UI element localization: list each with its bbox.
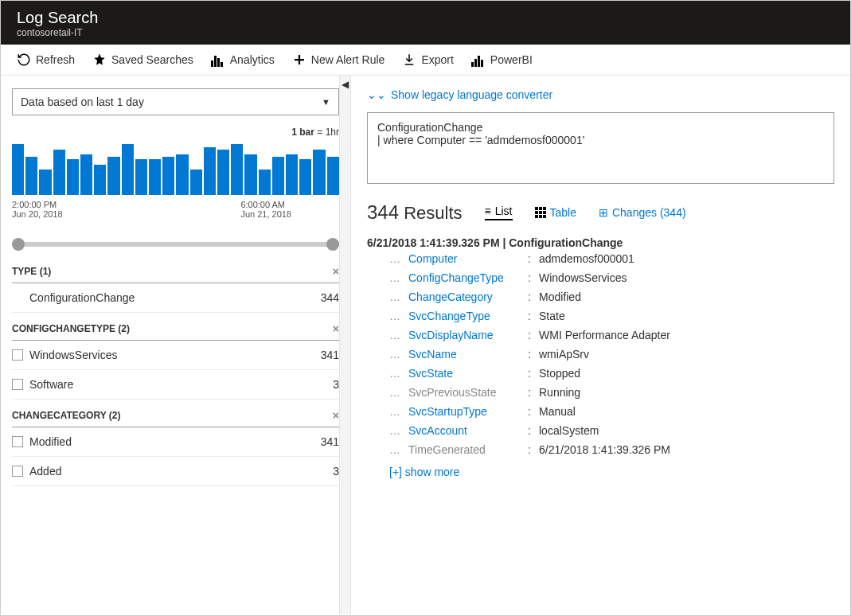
property-row: …SvcAccount:localSystem (367, 421, 834, 440)
app-header: Log Search contosoretail-IT (1, 1, 850, 45)
checkbox[interactable] (12, 466, 23, 477)
ellipsis-icon[interactable]: … (389, 367, 408, 380)
page-title: Log Search (17, 9, 834, 27)
ellipsis-icon[interactable]: … (389, 271, 408, 284)
results-header: 344 Results ≡List Table ⊞Changes (344) (367, 201, 834, 224)
ellipsis-icon[interactable]: … (389, 290, 408, 303)
histogram-bar[interactable] (12, 144, 24, 195)
property-value: WindowsServices (539, 271, 627, 284)
histogram-bar[interactable] (217, 150, 229, 195)
checkbox[interactable] (12, 379, 23, 390)
histogram-bar[interactable] (39, 170, 51, 195)
property-row: …ChangeCategory:Modified (367, 287, 834, 306)
query-editor[interactable]: ConfigurationChange | where Computer == … (367, 112, 834, 184)
histogram-bar[interactable] (259, 170, 271, 195)
histogram-bar[interactable] (135, 159, 147, 195)
histogram-bar[interactable] (327, 157, 339, 195)
histogram-bar[interactable] (94, 165, 106, 195)
property-value: 6/21/2018 1:41:39.326 PM (539, 443, 670, 456)
property-key[interactable]: SvcPreviousState (408, 386, 528, 399)
histogram-chart[interactable] (12, 139, 339, 195)
powerbi-icon (471, 53, 486, 67)
histogram-bar[interactable] (299, 159, 311, 195)
changes-icon: ⊞ (599, 206, 608, 219)
histogram-bar[interactable] (190, 170, 202, 195)
property-value: localSystem (539, 424, 599, 437)
star-icon (92, 53, 107, 67)
list-icon: ≡ (485, 205, 491, 217)
histogram-bar[interactable] (107, 157, 119, 195)
checkbox[interactable] (12, 349, 23, 361)
panel-collapse-handle[interactable]: ◀ (339, 76, 350, 614)
facet-changecategory: CHANGECATEGORY (2)×Modified341Added3 (12, 409, 339, 486)
facet-row[interactable]: Software3 (12, 370, 339, 400)
property-key[interactable]: TimeGenerated (408, 443, 528, 456)
histogram-bar[interactable] (162, 157, 174, 195)
property-value: WMI Performance Adapter (539, 329, 670, 341)
record-header: 6/21/2018 1:41:39.326 PM | Configuration… (367, 236, 834, 249)
close-icon[interactable]: × (333, 409, 339, 422)
ellipsis-icon[interactable]: … (389, 386, 408, 399)
histogram-bar[interactable] (313, 150, 325, 195)
analytics-button[interactable]: Analytics (211, 53, 275, 67)
property-key[interactable]: ChangeCategory (408, 290, 528, 303)
property-value: wmiApSrv (539, 348, 589, 361)
property-key[interactable]: SvcDisplayName (408, 329, 528, 341)
histogram-bar[interactable] (149, 159, 161, 195)
show-more-link[interactable]: [+] show more (389, 466, 834, 478)
property-key[interactable]: SvcStartupType (408, 405, 528, 418)
facet-row[interactable]: WindowsServices341 (12, 341, 339, 370)
ellipsis-icon[interactable]: … (389, 310, 408, 322)
view-table-tab[interactable]: Table (535, 206, 576, 219)
property-key[interactable]: SvcState (408, 367, 528, 380)
histogram-bar[interactable] (204, 147, 216, 195)
histogram-bar[interactable] (176, 154, 188, 195)
histogram-bar[interactable] (53, 150, 65, 195)
histogram-bar[interactable] (286, 154, 298, 195)
histogram-bar[interactable] (231, 144, 243, 195)
facet-count: 344 (321, 291, 339, 304)
histogram-bar[interactable] (80, 154, 92, 195)
property-row: …SvcStartupType:Manual (367, 402, 834, 421)
saved-searches-button[interactable]: Saved Searches (92, 53, 193, 67)
view-list-tab[interactable]: ≡List (485, 205, 513, 220)
chevron-left-icon: ◀ (342, 79, 349, 90)
property-key[interactable]: SvcChangeType (408, 310, 528, 322)
slider-start-knob[interactable] (12, 238, 25, 251)
close-icon[interactable]: × (333, 265, 339, 278)
ellipsis-icon[interactable]: … (389, 348, 408, 361)
facet-row[interactable]: Modified341 (12, 427, 339, 457)
property-key[interactable]: Computer (408, 252, 528, 265)
ellipsis-icon[interactable]: … (389, 252, 408, 265)
legacy-converter-link[interactable]: ⌄⌄ Show legacy language converter (367, 88, 834, 101)
ellipsis-icon[interactable]: … (389, 405, 408, 418)
property-key[interactable]: ConfigChangeType (408, 271, 528, 284)
histogram-bar[interactable] (272, 157, 284, 195)
checkbox[interactable] (12, 436, 23, 447)
ellipsis-icon[interactable]: … (389, 424, 408, 437)
histogram-bar[interactable] (67, 159, 79, 195)
facet-count: 3 (333, 378, 339, 391)
histogram-bar[interactable] (122, 144, 134, 195)
export-button[interactable]: Export (402, 53, 453, 67)
property-value: Stopped (539, 367, 580, 380)
slider-end-knob[interactable] (326, 238, 339, 251)
property-value: Modified (539, 290, 581, 303)
facet-row[interactable]: ConfigurationChange344 (12, 283, 339, 313)
property-key[interactable]: SvcName (408, 348, 528, 361)
property-key[interactable]: SvcAccount (408, 424, 528, 437)
time-slider[interactable] (12, 238, 339, 251)
new-alert-rule-button[interactable]: New Alert Rule (292, 53, 385, 67)
histogram-bar[interactable] (244, 154, 256, 195)
plus-icon (292, 53, 306, 67)
facet-count: 3 (333, 465, 339, 478)
ellipsis-icon[interactable]: … (389, 329, 408, 341)
ellipsis-icon[interactable]: … (389, 443, 408, 456)
time-range-dropdown[interactable]: Data based on last 1 day ▼ (12, 88, 339, 115)
view-changes-tab[interactable]: ⊞Changes (344) (599, 206, 686, 219)
histogram-bar[interactable] (25, 157, 37, 195)
close-icon[interactable]: × (333, 322, 339, 335)
powerbi-button[interactable]: PowerBI (471, 53, 533, 67)
facet-row[interactable]: Added3 (12, 457, 339, 486)
refresh-button[interactable]: Refresh (17, 53, 75, 67)
